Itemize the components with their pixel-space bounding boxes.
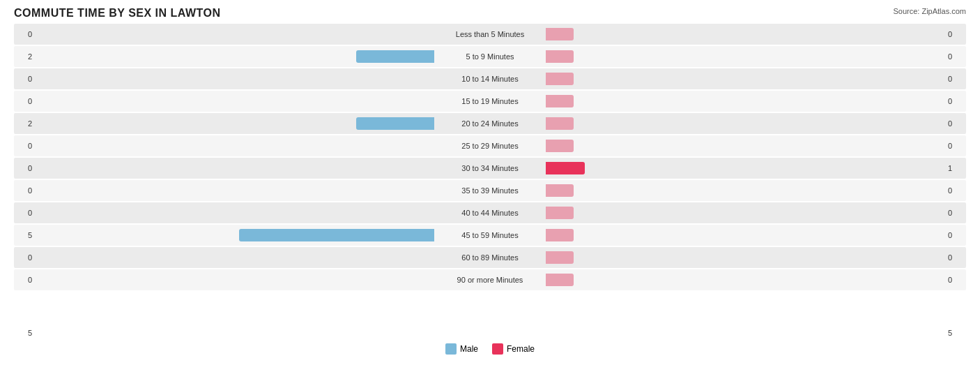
chart-row: 040 to 44 Minutes0 (14, 202, 966, 223)
chart-row: 060 to 89 Minutes0 (14, 247, 966, 268)
female-bar (546, 73, 574, 85)
female-value: 0 (945, 142, 966, 150)
row-label: 40 to 44 Minutes (434, 209, 546, 217)
female-bar (546, 117, 574, 130)
male-value: 0 (14, 75, 35, 83)
male-bar-container (35, 273, 434, 287)
male-value: 0 (14, 276, 35, 284)
chart-row: 015 to 19 Minutes0 (14, 91, 966, 112)
female-bar-container (546, 139, 945, 153)
legend-male-label: Male (460, 344, 478, 354)
female-bar-container (546, 50, 945, 64)
male-bar-container (35, 184, 434, 198)
male-value: 0 (14, 30, 35, 38)
female-bar-container (546, 184, 945, 198)
female-bar-container (546, 161, 945, 175)
female-bar-container (546, 228, 945, 242)
male-bar-container (35, 72, 434, 86)
chart-row: 035 to 39 Minutes0 (14, 180, 966, 201)
female-bar (546, 229, 574, 241)
chart-row: 0Less than 5 Minutes0 (14, 24, 966, 45)
legend-male-box (445, 343, 457, 355)
male-bar-container (35, 206, 434, 220)
row-label: 20 to 24 Minutes (434, 119, 546, 128)
source-label: Source: ZipAtlas.com (893, 7, 966, 15)
chart-container: COMMUTE TIME BY SEX IN LAWTON Source: Zi… (0, 0, 980, 365)
axis-right-label: 5 (945, 329, 966, 337)
male-value: 2 (14, 119, 35, 128)
female-value: 1 (945, 164, 966, 172)
female-value: 0 (945, 209, 966, 217)
row-label: 10 to 14 Minutes (434, 75, 546, 83)
female-bar-container (546, 94, 945, 108)
male-value: 0 (14, 253, 35, 262)
chart-row: 25 to 9 Minutes0 (14, 46, 966, 67)
chart-row: 545 to 59 Minutes0 (14, 225, 966, 246)
female-bar-container (546, 206, 945, 220)
male-bar-container (35, 139, 434, 153)
male-bar-container (35, 251, 434, 265)
female-value: 0 (945, 231, 966, 239)
legend-female-label: Female (507, 344, 535, 354)
female-bar (546, 140, 574, 152)
row-label: 90 or more Minutes (434, 276, 546, 284)
female-bar (546, 207, 574, 219)
female-value: 0 (945, 253, 966, 262)
female-bar (546, 274, 574, 286)
male-bar (356, 50, 434, 63)
chart-row: 090 or more Minutes0 (14, 269, 966, 290)
male-bar-container (35, 117, 434, 131)
female-value: 0 (945, 75, 966, 83)
female-value: 0 (945, 30, 966, 38)
legend-female-box (492, 343, 503, 355)
female-bar-container (546, 273, 945, 287)
female-bar (546, 184, 574, 197)
female-bar (546, 28, 574, 40)
axis-row: 5 5 (14, 327, 966, 339)
female-value: 0 (945, 52, 966, 61)
row-label: 60 to 89 Minutes (434, 253, 546, 262)
row-label: 30 to 34 Minutes (434, 164, 546, 172)
female-bar-container (546, 117, 945, 131)
male-value: 0 (14, 186, 35, 195)
female-bar-container (546, 27, 945, 41)
male-value: 0 (14, 164, 35, 172)
chart-area: 0Less than 5 Minutes025 to 9 Minutes0010… (14, 24, 966, 324)
row-label: 35 to 39 Minutes (434, 186, 546, 195)
female-bar (546, 50, 574, 63)
female-bar-container (546, 72, 945, 86)
male-bar-container (35, 27, 434, 41)
chart-title: COMMUTE TIME BY SEX IN LAWTON (14, 7, 966, 20)
male-bar-container (35, 161, 434, 175)
male-value: 5 (14, 231, 35, 239)
male-value: 0 (14, 142, 35, 150)
row-label: 25 to 29 Minutes (434, 142, 546, 150)
male-bar (356, 117, 434, 130)
row-label: Less than 5 Minutes (434, 30, 546, 38)
female-bar-container (546, 251, 945, 265)
male-value: 0 (14, 97, 35, 105)
chart-row: 220 to 24 Minutes0 (14, 113, 966, 134)
legend-female: Female (492, 343, 535, 355)
chart-row: 010 to 14 Minutes0 (14, 68, 966, 89)
female-value: 0 (945, 276, 966, 284)
male-value: 2 (14, 52, 35, 61)
legend: Male Female (14, 343, 966, 355)
female-value: 0 (945, 186, 966, 195)
male-bar-container (35, 94, 434, 108)
axis-left-label: 5 (14, 329, 35, 337)
female-bar (546, 95, 574, 107)
male-value: 0 (14, 209, 35, 217)
chart-row: 030 to 34 Minutes1 (14, 158, 966, 179)
male-bar-container (35, 50, 434, 64)
row-label: 5 to 9 Minutes (434, 52, 546, 61)
female-bar (546, 162, 585, 174)
male-bar-container (35, 228, 434, 242)
male-bar (239, 229, 434, 241)
female-value: 0 (945, 119, 966, 128)
female-bar (546, 251, 574, 264)
row-label: 45 to 59 Minutes (434, 231, 546, 239)
legend-male: Male (445, 343, 478, 355)
row-label: 15 to 19 Minutes (434, 97, 546, 105)
female-value: 0 (945, 97, 966, 105)
